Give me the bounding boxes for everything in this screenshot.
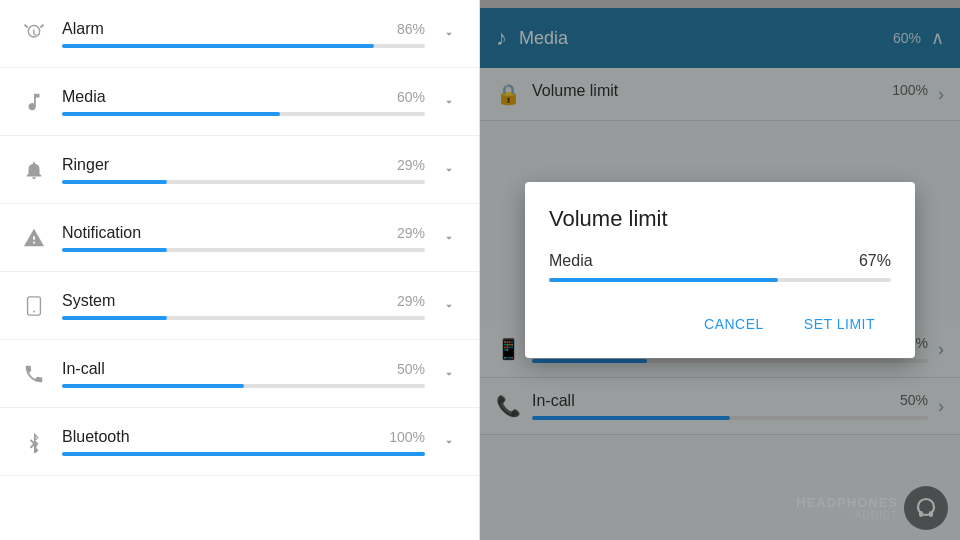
ringer-icon bbox=[16, 159, 52, 181]
volume-item-in-call[interactable]: In-call 50% bbox=[0, 340, 479, 408]
media-chevron[interactable] bbox=[435, 95, 463, 109]
in-call-icon bbox=[16, 363, 52, 385]
left-panel: Alarm 86% Media 60% bbox=[0, 0, 480, 540]
alarm-content: Alarm 86% bbox=[52, 20, 435, 48]
ringer-content: Ringer 29% bbox=[52, 156, 435, 184]
bluetooth-content: Bluetooth 100% bbox=[52, 428, 435, 456]
media-content: Media 60% bbox=[52, 88, 435, 116]
in-call-slider[interactable] bbox=[62, 384, 425, 388]
system-slider[interactable] bbox=[62, 316, 425, 320]
ringer-chevron[interactable] bbox=[435, 163, 463, 177]
system-content: System 29% bbox=[52, 292, 435, 320]
alarm-slider[interactable] bbox=[62, 44, 425, 48]
ringer-pct: 29% bbox=[397, 157, 425, 173]
bluetooth-slider[interactable] bbox=[62, 452, 425, 456]
volume-item-ringer[interactable]: Ringer 29% bbox=[0, 136, 479, 204]
volume-item-media[interactable]: Media 60% bbox=[0, 68, 479, 136]
media-fill bbox=[62, 112, 280, 116]
dialog-slider[interactable] bbox=[549, 278, 891, 282]
system-chevron[interactable] bbox=[435, 299, 463, 313]
media-pct: 60% bbox=[397, 89, 425, 105]
dialog-media-label: Media bbox=[549, 252, 593, 270]
ringer-slider[interactable] bbox=[62, 180, 425, 184]
volume-item-notification[interactable]: Notification 29% bbox=[0, 204, 479, 272]
dialog-media-row: Media 67% bbox=[549, 252, 891, 270]
cancel-button[interactable]: CANCEL bbox=[688, 306, 780, 342]
notification-icon bbox=[16, 227, 52, 249]
system-fill bbox=[62, 316, 167, 320]
alarm-fill bbox=[62, 44, 374, 48]
ringer-fill bbox=[62, 180, 167, 184]
media-name: Media bbox=[62, 88, 106, 106]
media-icon bbox=[16, 91, 52, 113]
notification-content: Notification 29% bbox=[52, 224, 435, 252]
svg-point-1 bbox=[33, 310, 35, 312]
in-call-fill bbox=[62, 384, 244, 388]
notification-slider[interactable] bbox=[62, 248, 425, 252]
right-panel: ♪ Media 60% ∧ 🔒 Volume limit 100% › 📱 Sy… bbox=[480, 0, 960, 540]
notification-name: Notification bbox=[62, 224, 141, 242]
dialog-overlay: Volume limit Media 67% CANCEL SET LIMIT bbox=[480, 0, 960, 540]
alarm-chevron[interactable] bbox=[435, 27, 463, 41]
in-call-pct: 50% bbox=[397, 361, 425, 377]
ringer-name: Ringer bbox=[62, 156, 109, 174]
alarm-name: Alarm bbox=[62, 20, 104, 38]
set-limit-button[interactable]: SET LIMIT bbox=[788, 306, 891, 342]
alarm-icon bbox=[16, 23, 52, 45]
dialog-actions: CANCEL SET LIMIT bbox=[549, 306, 891, 342]
system-name: System bbox=[62, 292, 115, 310]
volume-item-system[interactable]: System 29% bbox=[0, 272, 479, 340]
in-call-content: In-call 50% bbox=[52, 360, 435, 388]
dialog-media-pct: 67% bbox=[859, 252, 891, 270]
notification-chevron[interactable] bbox=[435, 231, 463, 245]
dialog-slider-fill bbox=[549, 278, 778, 282]
bluetooth-fill bbox=[62, 452, 425, 456]
volume-limit-dialog: Volume limit Media 67% CANCEL SET LIMIT bbox=[525, 182, 915, 358]
in-call-chevron[interactable] bbox=[435, 367, 463, 381]
system-icon bbox=[16, 295, 52, 317]
system-pct: 29% bbox=[397, 293, 425, 309]
notification-fill bbox=[62, 248, 167, 252]
volume-item-alarm[interactable]: Alarm 86% bbox=[0, 0, 479, 68]
bluetooth-icon bbox=[16, 431, 52, 453]
bluetooth-pct: 100% bbox=[389, 429, 425, 445]
media-slider[interactable] bbox=[62, 112, 425, 116]
in-call-name: In-call bbox=[62, 360, 105, 378]
volume-item-bluetooth[interactable]: Bluetooth 100% bbox=[0, 408, 479, 476]
bluetooth-name: Bluetooth bbox=[62, 428, 130, 446]
alarm-pct: 86% bbox=[397, 21, 425, 37]
bluetooth-chevron[interactable] bbox=[435, 435, 463, 449]
notification-pct: 29% bbox=[397, 225, 425, 241]
dialog-title: Volume limit bbox=[549, 206, 891, 232]
